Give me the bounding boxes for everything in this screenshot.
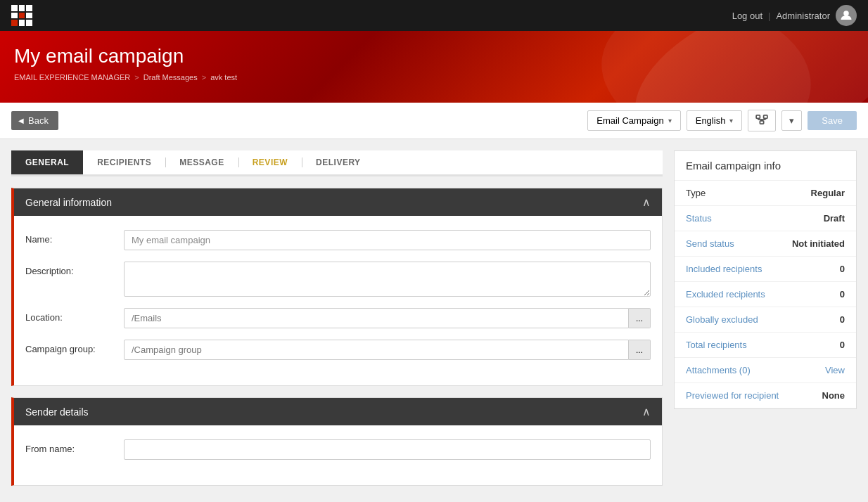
language-caret: ▾ [729, 117, 733, 124]
info-row-included: Included recipients 0 [675, 257, 856, 282]
tab-delivery[interactable]: DELIVERY [302, 150, 375, 174]
toolbar-right: Email Campaign ▾ English ▾ ▾ Save [587, 110, 857, 131]
info-status-label: Status [686, 213, 712, 224]
info-send-status-label: Send status [686, 238, 734, 249]
svg-rect-3 [760, 121, 764, 124]
svg-point-0 [843, 11, 849, 16]
tab-general[interactable]: GENERAL [11, 150, 83, 174]
avatar[interactable] [836, 5, 857, 26]
location-browse-button[interactable]: ... [629, 308, 651, 328]
from-name-row: From name: [25, 439, 651, 460]
general-info-title: General information [25, 197, 112, 208]
info-globally-excluded-value: 0 [840, 314, 845, 325]
name-label: Name: [25, 230, 124, 245]
breadcrumb: EMAIL EXPERIENCE MANAGER > Draft Message… [14, 73, 854, 82]
info-type-label: Type [686, 188, 706, 198]
general-info-header: General information ∧ [14, 188, 662, 216]
back-button[interactable]: Back [11, 111, 58, 130]
sender-details-title: Sender details [25, 406, 89, 418]
info-row-globally-excluded: Globally excluded 0 [675, 307, 856, 333]
breadcrumb-item-3[interactable]: avk test [210, 73, 237, 82]
breadcrumb-item-1[interactable]: EMAIL EXPERIENCE MANAGER [14, 73, 130, 82]
campaign-group-row: Campaign group: ... [25, 340, 651, 360]
info-excluded-label: Excluded recipients [686, 289, 765, 300]
general-information-section: General information ∧ Name: Description:… [11, 188, 663, 386]
location-row: Location: ... [25, 308, 651, 328]
logout-link[interactable]: Log out [732, 11, 762, 21]
info-excluded-value: 0 [840, 289, 845, 300]
info-total-label: Total recipients [686, 340, 747, 350]
name-input[interactable] [124, 230, 651, 250]
campaign-group-browse-button[interactable]: ... [629, 340, 651, 360]
save-button[interactable]: Save [808, 111, 857, 130]
page-title: My email campaign [14, 45, 854, 67]
svg-rect-1 [756, 115, 760, 118]
main-layout: GENERAL RECIPIENTS MESSAGE REVIEW DELIVE… [0, 139, 868, 502]
general-info-body: Name: Description: Location: ... [14, 216, 662, 385]
from-name-label: From name: [25, 439, 124, 454]
general-info-collapse-icon[interactable]: ∧ [642, 195, 651, 209]
tabs: GENERAL RECIPIENTS MESSAGE REVIEW DELIVE… [11, 150, 663, 176]
info-type-value: Regular [811, 188, 845, 198]
sender-details-section: Sender details ∧ From name: [11, 397, 663, 486]
info-panel-header: Email campaign info [675, 151, 856, 181]
info-row-total: Total recipients 0 [675, 333, 856, 358]
main-content: GENERAL RECIPIENTS MESSAGE REVIEW DELIVE… [11, 150, 663, 497]
info-total-value: 0 [840, 340, 845, 350]
info-included-value: 0 [840, 264, 845, 274]
network-icon-button[interactable] [748, 110, 776, 131]
language-label: English [696, 115, 726, 126]
breadcrumb-sep-2: > [202, 73, 206, 82]
info-row-status: Status Draft [675, 206, 856, 231]
sidebar: Email campaign info Type Regular Status … [674, 150, 857, 409]
username-label: Administrator [776, 11, 830, 21]
location-input-group: ... [124, 308, 651, 328]
campaign-group-label: Campaign group: [25, 340, 124, 354]
language-dropdown[interactable]: English ▾ [687, 110, 743, 131]
name-row: Name: [25, 230, 651, 250]
description-textarea[interactable] [124, 262, 651, 297]
info-previewed-label: Previewed for recipient [686, 390, 779, 401]
campaign-group-input[interactable] [124, 340, 629, 360]
info-send-status-value: Not initiated [792, 238, 845, 249]
location-label: Location: [25, 308, 124, 323]
tab-review[interactable]: REVIEW [238, 150, 302, 174]
tab-recipients[interactable]: RECIPIENTS [83, 150, 165, 174]
app-logo[interactable] [11, 5, 32, 26]
hero-banner: My email campaign EMAIL EXPERIENCE MANAG… [0, 31, 868, 103]
campaign-group-input-group: ... [124, 340, 651, 360]
sender-details-body: From name: [14, 425, 662, 485]
tab-message[interactable]: MESSAGE [165, 150, 238, 174]
breadcrumb-sep-1: > [134, 73, 139, 82]
chevron-down-icon-button[interactable]: ▾ [781, 110, 802, 131]
info-panel: Email campaign info Type Regular Status … [674, 150, 857, 409]
top-nav-right: Log out | Administrator [732, 5, 857, 26]
info-row-attachments: Attachments (0) View [675, 358, 856, 383]
sender-details-header: Sender details ∧ [14, 398, 662, 425]
info-included-label: Included recipients [686, 264, 762, 274]
campaign-type-dropdown[interactable]: Email Campaign ▾ [587, 110, 680, 131]
top-nav: Log out | Administrator [0, 0, 868, 31]
attachments-view-link[interactable]: View [825, 365, 845, 375]
location-input[interactable] [124, 308, 629, 328]
nav-separator: | [768, 11, 770, 21]
info-attachments-label: Attachments (0) [686, 365, 751, 375]
description-label: Description: [25, 262, 124, 276]
info-row-type: Type Regular [675, 181, 856, 206]
svg-rect-2 [764, 115, 767, 118]
toolbar: Back Email Campaign ▾ English ▾ ▾ Save [0, 103, 868, 139]
sender-details-collapse-icon[interactable]: ∧ [642, 405, 651, 418]
info-row-send-status: Send status Not initiated [675, 231, 856, 257]
info-row-previewed: Previewed for recipient None [675, 383, 856, 408]
info-globally-excluded-label: Globally excluded [686, 314, 758, 325]
info-previewed-value: None [822, 390, 845, 401]
from-name-input[interactable] [124, 439, 651, 460]
campaign-type-caret: ▾ [668, 117, 672, 124]
breadcrumb-item-2[interactable]: Draft Messages [143, 73, 198, 82]
info-row-excluded: Excluded recipients 0 [675, 282, 856, 307]
info-status-value: Draft [824, 213, 845, 224]
description-row: Description: [25, 262, 651, 297]
campaign-type-label: Email Campaign [596, 115, 663, 126]
